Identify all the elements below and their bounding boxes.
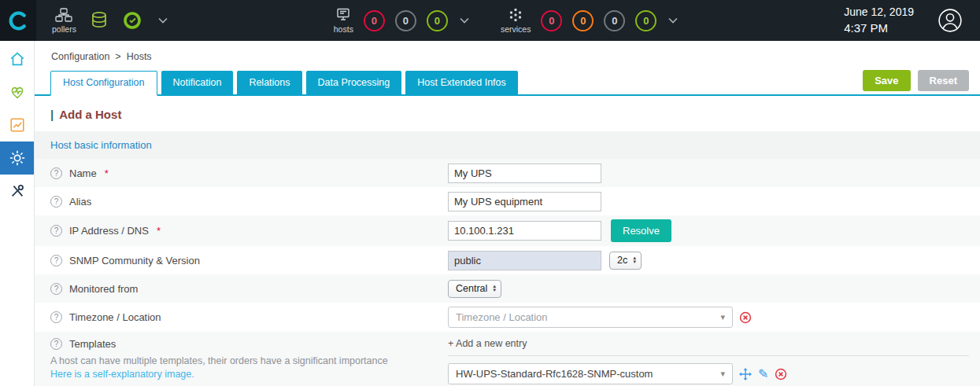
hosts-down-badge[interactable]: 0	[364, 10, 385, 31]
hosts-chevron-icon[interactable]	[460, 17, 469, 24]
services-warning-badge[interactable]: 0	[572, 10, 594, 31]
tab-host-configuration[interactable]: Host Configuration	[50, 71, 157, 96]
monitored-from-select[interactable]: Central ▲▼	[448, 280, 501, 298]
services-chevron-icon[interactable]	[668, 17, 678, 24]
centreon-logo[interactable]	[0, 0, 36, 41]
help-icon[interactable]: ?	[50, 283, 62, 295]
name-input[interactable]	[448, 164, 601, 183]
sidebar-item-configuration[interactable]	[0, 142, 34, 175]
tab-notification[interactable]: Notification	[161, 71, 234, 94]
form-row-alias: ? Alias	[35, 187, 980, 215]
resolve-button[interactable]: Resolve	[611, 219, 671, 242]
gear-icon	[9, 149, 26, 167]
templates-label: Templates	[69, 338, 116, 350]
timezone-placeholder: Timezone / Location	[456, 311, 548, 323]
services-unknown-badge[interactable]: 0	[604, 10, 625, 31]
tab-data-processing[interactable]: Data Processing	[306, 71, 402, 94]
reset-button[interactable]: Reset	[918, 70, 969, 91]
date-text: June 12, 2019	[844, 5, 914, 20]
snmp-version-select[interactable]: 2c ▲▼	[609, 252, 642, 270]
name-label: Name	[69, 167, 97, 179]
profile-button[interactable]	[937, 8, 963, 33]
pollers-icon	[55, 7, 72, 23]
poller-state-icon[interactable]	[122, 10, 142, 31]
required-asterisk: *	[157, 225, 161, 237]
services-critical-badge[interactable]: 0	[541, 10, 562, 31]
add-template-link[interactable]: + Add a new entry	[448, 338, 969, 356]
hosts-label: hosts	[334, 24, 353, 34]
services-label: services	[501, 24, 531, 34]
hosts-unreachable-badge[interactable]: 0	[395, 10, 416, 31]
form-row-timezone: ? Timezone / Location Timezone / Locatio…	[35, 303, 980, 332]
title-text: Add a Host	[59, 108, 121, 121]
page-title: |Add a Host	[35, 96, 980, 131]
monitored-from-value: Central	[456, 283, 487, 294]
sidebar-item-monitoring[interactable]	[0, 75, 34, 108]
tab-relations[interactable]: Relations	[237, 71, 301, 94]
home-icon	[9, 50, 26, 68]
breadcrumb: Configuration > Hosts	[35, 41, 980, 70]
alias-label: Alias	[69, 196, 91, 208]
hosts-up-badge[interactable]: 0	[427, 10, 448, 31]
hosts-status-group: hosts 0 0 0	[334, 7, 469, 34]
chevron-down-icon: ▾	[720, 369, 725, 379]
help-icon[interactable]: ?	[50, 338, 62, 350]
help-icon[interactable]: ?	[50, 255, 62, 267]
section-header: Host basic information	[35, 131, 980, 159]
app-root: pollers hosts	[0, 0, 980, 386]
delete-template-icon[interactable]	[775, 368, 787, 380]
select-arrows-icon: ▲▼	[492, 285, 497, 292]
chevron-down-icon: ▾	[720, 312, 725, 322]
clock: June 12, 2019 4:37 PM	[844, 5, 914, 37]
tab-host-extended-infos[interactable]: Host Extended Infos	[405, 71, 518, 94]
monitored-from-label: Monitored from	[69, 283, 138, 295]
host-form: ? Name * ? Alias	[35, 159, 980, 386]
services-status-group: services 0 0 0 0	[501, 7, 679, 34]
pollers-chevron-icon[interactable]	[158, 17, 168, 24]
move-template-icon[interactable]	[739, 368, 752, 380]
alias-input[interactable]	[448, 192, 601, 211]
main-layout: Configuration > Hosts Host Configuration…	[0, 41, 980, 386]
hosts-menu[interactable]: hosts	[334, 7, 353, 34]
services-menu[interactable]: services	[501, 7, 531, 34]
timezone-clear-icon[interactable]	[739, 311, 752, 324]
pollers-label: pollers	[52, 24, 76, 34]
monitoring-icon	[9, 83, 26, 101]
select-arrows-icon: ▲▼	[632, 256, 637, 264]
pollers-menu[interactable]: pollers	[52, 7, 76, 34]
timezone-label: Timezone / Location	[69, 311, 161, 323]
templates-note-link[interactable]: Here is a self-explanatory image.	[50, 369, 194, 380]
hosts-icon	[335, 7, 351, 23]
edit-template-icon[interactable]: ✎	[758, 368, 768, 380]
form-row-snmp: ? SNMP Community & Version 2c ▲▼	[35, 246, 980, 274]
centreon-logo-icon	[8, 10, 29, 31]
required-asterisk: *	[105, 167, 109, 179]
templates-note: A host can have multiple templates, thei…	[50, 355, 448, 366]
sidebar-item-administration[interactable]	[0, 175, 34, 208]
template-select[interactable]: HW-UPS-Standard-Rfc1628-SNMP-custom ▾	[448, 363, 733, 384]
content-area: Configuration > Hosts Host Configuration…	[35, 41, 980, 386]
sidebar-item-home[interactable]	[0, 42, 34, 75]
help-icon[interactable]: ?	[50, 167, 62, 179]
snmp-community-input[interactable]	[448, 251, 601, 270]
poller-status-group: pollers	[52, 7, 168, 34]
tab-bar: Host Configuration Notification Relation…	[35, 70, 980, 96]
help-icon[interactable]: ?	[50, 311, 62, 323]
database-status-icon[interactable]	[91, 11, 108, 30]
timezone-select[interactable]: Timezone / Location ▾	[448, 307, 733, 328]
ip-label: IP Address / DNS	[69, 225, 149, 237]
form-row-templates: ? Templates A host can have multiple tem…	[35, 332, 980, 386]
help-icon[interactable]: ?	[50, 225, 62, 237]
form-row-ip: ? IP Address / DNS * Resolve	[35, 215, 980, 246]
save-button[interactable]: Save	[863, 70, 910, 91]
form-row-monitored-from: ? Monitored from Central ▲▼	[35, 274, 980, 303]
services-ok-badge[interactable]: 0	[635, 10, 656, 31]
breadcrumb-hosts[interactable]: Hosts	[127, 51, 152, 62]
help-icon[interactable]: ?	[50, 196, 62, 208]
title-pipe: |	[50, 108, 54, 121]
user-icon	[937, 8, 963, 33]
breadcrumb-configuration[interactable]: Configuration	[51, 51, 109, 62]
snmp-version-value: 2c	[617, 255, 627, 266]
sidebar-item-reporting[interactable]	[0, 108, 34, 142]
ip-input[interactable]	[448, 221, 601, 241]
